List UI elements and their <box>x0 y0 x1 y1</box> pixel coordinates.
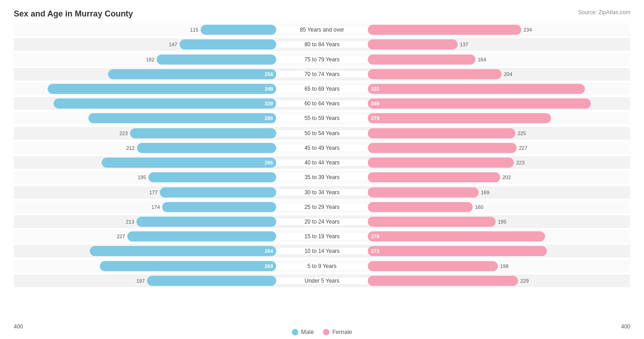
right-bar-wrapper: 204 <box>368 69 630 79</box>
right-bar-wrapper: 169 <box>368 187 630 197</box>
male-value-outside: 174 <box>152 204 160 210</box>
right-side: 234 <box>368 25 630 35</box>
female-value-outside: 227 <box>519 145 527 151</box>
male-bar: 348 <box>48 84 276 94</box>
female-bar <box>368 55 475 65</box>
female-value-outside: 223 <box>516 160 524 165</box>
right-side: 137 <box>368 39 630 49</box>
right-side: 195 <box>368 217 630 227</box>
age-label: 50 to 54 Years <box>276 130 368 137</box>
legend-female-label: Female <box>332 328 352 335</box>
left-side: 115 <box>14 25 276 35</box>
right-side: 223 <box>368 158 630 168</box>
female-value-inside: 273 <box>368 248 379 254</box>
male-value-outside: 227 <box>117 234 125 239</box>
right-bar-wrapper: 195 <box>368 217 630 227</box>
table-row: 195 35 to 39 Years 202 <box>14 171 630 184</box>
male-value-inside: 286 <box>265 115 276 121</box>
left-side: 256 <box>14 69 276 79</box>
right-side: 202 <box>368 172 630 182</box>
age-label: 40 to 44 Years <box>276 159 368 166</box>
female-value-outside: 195 <box>498 219 506 224</box>
left-side: 147 <box>14 39 276 49</box>
table-row: 266 40 to 44 Years 223 <box>14 156 630 169</box>
left-side: 339 <box>14 98 276 109</box>
right-side: 227 <box>368 143 630 153</box>
right-bar-wrapper: 160 <box>368 202 630 212</box>
right-bar-wrapper: 234 <box>368 25 630 35</box>
left-bar-wrapper: 269 <box>14 261 276 271</box>
male-value-outside: 147 <box>169 42 177 47</box>
left-bar-wrapper: 227 <box>14 231 276 241</box>
table-row: 339 60 to 64 Years 340 <box>14 97 630 110</box>
male-bar: 256 <box>108 69 276 79</box>
right-bar-wrapper: 223 <box>368 158 630 168</box>
male-bar <box>136 217 276 227</box>
female-value-outside: 234 <box>524 27 532 33</box>
left-side: 284 <box>14 246 276 256</box>
age-label: 70 to 74 Years <box>276 71 368 77</box>
male-value-inside: 284 <box>265 248 276 254</box>
left-side: 197 <box>14 276 276 286</box>
male-bar <box>148 172 276 182</box>
right-bar-wrapper: 202 <box>368 172 630 182</box>
female-bar <box>368 187 479 197</box>
left-bar-wrapper: 284 <box>14 246 276 256</box>
right-bar-wrapper: 273 <box>368 246 630 256</box>
male-bar <box>201 25 276 35</box>
female-bar <box>368 128 515 138</box>
left-side: 182 <box>14 55 276 65</box>
female-bar: 273 <box>368 246 547 256</box>
table-row: 223 50 to 54 Years 225 <box>14 127 630 140</box>
female-value-outside: 204 <box>504 71 512 77</box>
table-row: 269 5 to 9 Years 198 <box>14 260 630 273</box>
female-bar <box>368 261 498 271</box>
axis-right: 400 <box>621 323 630 330</box>
right-side: 198 <box>368 261 630 271</box>
legend-female-dot <box>323 329 329 335</box>
female-bar: 270 <box>368 231 545 241</box>
left-bar-wrapper: 182 <box>14 55 276 65</box>
male-value-inside: 339 <box>265 101 276 106</box>
left-side: 212 <box>14 143 276 153</box>
female-bar <box>368 143 517 153</box>
male-bar <box>137 143 276 153</box>
right-side: 229 <box>368 276 630 286</box>
age-label: 15 to 19 Years <box>276 233 368 240</box>
table-row: 286 55 to 59 Years 279 <box>14 112 630 125</box>
left-side: 174 <box>14 202 276 212</box>
left-side: 227 <box>14 231 276 241</box>
left-bar-wrapper: 212 <box>14 143 276 153</box>
chart-container: Sex and Age in Murray County Source: Zip… <box>0 0 644 339</box>
male-value-inside: 348 <box>265 86 276 92</box>
legend-male-dot <box>292 329 298 335</box>
male-bar <box>160 187 276 197</box>
age-label: 10 to 14 Years <box>276 248 368 254</box>
male-value-outside: 177 <box>149 190 158 195</box>
right-side: 225 <box>368 128 630 138</box>
right-side: 204 <box>368 69 630 79</box>
left-bar-wrapper: 195 <box>14 172 276 182</box>
left-bar-wrapper: 213 <box>14 217 276 227</box>
table-row: 227 15 to 19 Years 270 <box>14 230 630 243</box>
left-side: 266 <box>14 158 276 168</box>
male-value-outside: 223 <box>120 131 128 136</box>
age-label: 25 to 29 Years <box>276 204 368 210</box>
source-text: Source: ZipAtlas.com <box>578 9 630 16</box>
left-side: 286 <box>14 113 276 123</box>
left-side: 177 <box>14 187 276 197</box>
table-row: 115 85 Years and over 234 <box>14 23 630 36</box>
right-bar-wrapper: 198 <box>368 261 630 271</box>
male-bar: 284 <box>90 246 276 256</box>
left-bar-wrapper: 197 <box>14 276 276 286</box>
male-bar <box>127 231 276 241</box>
table-row: 197 Under 5 Years 229 <box>14 274 630 287</box>
right-bar-wrapper: 279 <box>368 113 630 123</box>
table-row: 147 80 to 84 Years 137 <box>14 38 630 51</box>
left-bar-wrapper: 286 <box>14 113 276 123</box>
male-bar <box>157 55 276 65</box>
age-label: 65 to 69 Years <box>276 86 368 92</box>
female-bar <box>368 39 458 49</box>
female-bar <box>368 158 514 168</box>
left-bar-wrapper: 339 <box>14 98 276 109</box>
